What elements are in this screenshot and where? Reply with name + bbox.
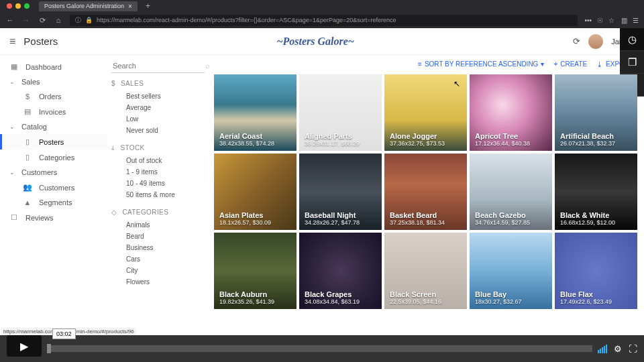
product-meta: 22.5x39.05, $44.16 <box>390 298 462 305</box>
nav-item-reviews[interactable]: ☐Reviews <box>0 210 107 225</box>
nav-icon: ▯ <box>23 153 32 162</box>
home-icon[interactable]: ⌂ <box>54 16 63 24</box>
product-meta: 37.25x38.18, $81.34 <box>390 219 462 226</box>
nav-item-customers[interactable]: ⌄Customers <box>0 165 107 180</box>
filter-item[interactable]: 10 - 49 items <box>111 178 205 189</box>
product-card[interactable]: Black & White16.68x12.59, $12.00 <box>555 154 637 230</box>
library-icon[interactable]: ▥ <box>621 17 627 24</box>
filter-item[interactable]: 50 items & more <box>111 189 205 200</box>
chevron-down-icon: ⌄ <box>9 169 15 176</box>
close-window-icon[interactable] <box>7 3 12 9</box>
filter-item[interactable]: Beard <box>111 231 205 242</box>
filter-item[interactable]: Business <box>111 242 205 253</box>
nav-item-catalog[interactable]: ⌄Catalog <box>0 119 107 134</box>
product-card[interactable]: Black Auburn19.82x35.26, $41.39 <box>214 233 297 309</box>
filter-panel: ⌕ $SALESBest sellersAverageLowNever sold… <box>107 55 211 335</box>
star-icon[interactable]: ☆ <box>608 17 614 24</box>
window-controls[interactable] <box>7 3 30 9</box>
maximize-window-icon[interactable] <box>24 3 30 9</box>
sort-button[interactable]: ≡ SORT BY REFERENCE ASCENDING ▾ <box>418 60 544 68</box>
reader-icon[interactable]: ☉ <box>597 17 603 24</box>
product-caption: Basket Beard37.25x38.18, $81.34 <box>390 211 462 226</box>
nav-icon: ▦ <box>9 62 19 71</box>
nav-label: Reviews <box>25 214 54 222</box>
product-card[interactable]: Black Screen22.5x39.05, $44.16 <box>384 233 467 309</box>
info-icon[interactable]: ⓘ <box>75 16 81 25</box>
product-card[interactable]: Aerial Coast38.42x38.55, $74.28 <box>214 74 297 151</box>
nav-item-invoices[interactable]: ▤Invoices <box>0 104 107 119</box>
filter-item[interactable]: Out of stock <box>111 155 205 166</box>
brand-logo: ~Posters Galore~ <box>66 36 565 48</box>
search-input[interactable] <box>113 62 205 70</box>
product-card[interactable]: Basket Beard37.25x38.18, $81.34 <box>384 154 467 230</box>
nav-item-orders[interactable]: $Orders <box>0 89 107 104</box>
product-card[interactable]: Apricot Tree17.12x36.44, $40.38 <box>470 74 552 151</box>
product-card[interactable]: Aligned Parts39.29x31.17, $68.29 <box>299 74 382 151</box>
nav-item-sales[interactable]: ⌄Sales <box>0 74 107 89</box>
page-title: Posters <box>23 36 58 47</box>
nav-item-segments[interactable]: ▲Segments <box>0 195 107 210</box>
filter-item[interactable]: Flowers <box>111 276 205 288</box>
minimize-window-icon[interactable] <box>15 3 21 9</box>
refresh-icon[interactable]: ⟳ <box>573 36 580 46</box>
product-meta: 18.1x26.57, $30.09 <box>219 219 291 226</box>
address-bar[interactable]: ⓘ 🔒 https://marmelab.com/react-admin-dem… <box>70 15 578 26</box>
plus-icon: + <box>553 60 557 68</box>
filter-item[interactable]: Cars <box>111 253 205 265</box>
avatar[interactable] <box>588 34 603 49</box>
product-card[interactable]: Asian Plates18.1x26.57, $30.09 <box>214 154 297 230</box>
reload-icon[interactable]: ⟳ <box>38 16 47 25</box>
product-caption: Black Screen22.5x39.05, $44.16 <box>390 290 462 305</box>
more-icon[interactable]: ••• <box>584 17 592 24</box>
new-tab-icon[interactable]: + <box>142 1 154 11</box>
menu-toggle-icon[interactable]: ≡ <box>9 36 15 48</box>
product-card[interactable]: Black Grapes34.08x34.84, $63.19 <box>299 233 382 309</box>
product-card[interactable]: Alone Jogger37.36x32.75, $73.53 <box>384 74 467 151</box>
product-caption: Alone Jogger37.36x32.75, $73.53 <box>390 132 462 147</box>
history-ext-icon[interactable]: ◷ <box>620 28 644 51</box>
product-title: Aligned Parts <box>305 132 376 140</box>
product-card[interactable]: Baseball Night34.28x26.27, $47.78 <box>299 154 382 230</box>
nav-label: Catalog <box>21 123 47 131</box>
layers-ext-icon[interactable]: ❐ <box>620 51 644 74</box>
nav-label: Posters <box>39 138 64 146</box>
fullscreen-icon[interactable]: ⛶ <box>629 344 637 354</box>
nav-item-posters[interactable]: ▯Posters <box>0 134 107 149</box>
product-card[interactable]: Blue Bay18x30.27, $32.67 <box>470 233 552 309</box>
seek-thumb[interactable] <box>47 344 51 353</box>
product-card[interactable]: Blue Flax17.49x22.6, $23.49 <box>555 233 637 309</box>
filter-group-stock: ⫰STOCKOut of stock1 - 9 items10 - 49 ite… <box>111 144 205 200</box>
product-caption: Aerial Coast38.42x38.55, $74.28 <box>219 132 291 147</box>
filter-item[interactable]: Animals <box>111 219 205 231</box>
filter-item[interactable]: Low <box>111 113 205 125</box>
volume-icon[interactable] <box>598 345 607 353</box>
product-meta: 17.12x36.44, $40.38 <box>475 140 547 147</box>
play-button[interactable]: ▶ <box>7 335 42 357</box>
product-card[interactable]: Artificial Beach26.07x21.38, $32.37 <box>555 74 637 151</box>
close-tab-icon[interactable]: × <box>128 3 132 10</box>
nav-item-dashboard[interactable]: ▦Dashboard <box>0 59 107 74</box>
nav-item-customers[interactable]: 👥Customers <box>0 180 107 195</box>
product-card[interactable]: Beach Gazebo34.76x14.59, $27.85 <box>470 154 552 230</box>
browser-tab[interactable]: Posters Galore Administration × <box>39 1 138 11</box>
nav-label: Customers <box>39 184 74 192</box>
nav-item-categories[interactable]: ▯Categories <box>0 149 107 165</box>
filter-item[interactable]: Never sold <box>111 125 205 136</box>
filter-group-sales: $SALESBest sellersAverageLowNever sold <box>111 80 205 136</box>
product-meta: 17.49x22.6, $23.49 <box>560 298 632 305</box>
menu-icon[interactable]: ☰ <box>633 17 639 24</box>
video-right-controls: ⚙ ⛶ <box>598 344 637 354</box>
filter-item[interactable]: 1 - 9 items <box>111 166 205 178</box>
sidebar-nav: ▦Dashboard⌄Sales$Orders▤Invoices⌄Catalog… <box>0 55 107 335</box>
back-icon[interactable]: ← <box>5 16 15 24</box>
settings-icon[interactable]: ⚙ <box>614 344 622 354</box>
search-box[interactable]: ⌕ <box>111 59 205 73</box>
filter-item[interactable]: Average <box>111 102 205 113</box>
product-caption: Beach Gazebo34.76x14.59, $27.85 <box>475 211 547 226</box>
filter-item[interactable]: City <box>111 265 205 276</box>
seek-track[interactable] <box>47 345 592 352</box>
nav-icon: ▲ <box>23 198 32 206</box>
create-button[interactable]: + CREATE <box>553 60 587 68</box>
product-title: Basket Beard <box>390 211 462 219</box>
filter-item[interactable]: Best sellers <box>111 90 205 102</box>
